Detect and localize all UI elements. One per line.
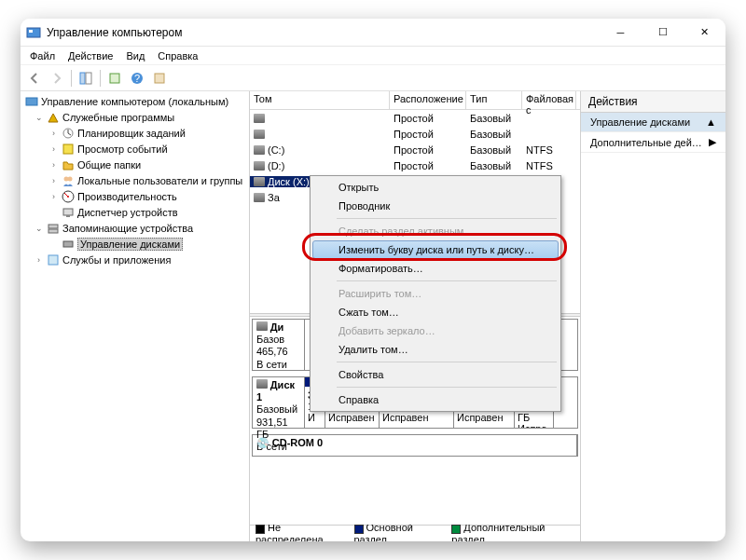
back-button[interactable]: [24, 68, 45, 89]
disk-icon: [254, 145, 265, 155]
col-type[interactable]: Тип: [466, 91, 522, 109]
actions-pane: Действия Управление дисками▲ Дополнитель…: [581, 91, 725, 541]
svg-rect-17: [48, 225, 58, 228]
tree-device-manager[interactable]: Диспетчер устройств: [21, 204, 249, 220]
volume-row[interactable]: (D:)ПростойБазовыйNTFS: [250, 157, 580, 173]
disk-0-label: ДиБазов465,76В сети: [253, 320, 305, 370]
ctx-shrink[interactable]: Сжать том…: [312, 303, 559, 321]
svg-rect-8: [26, 98, 37, 105]
svg-rect-1: [29, 30, 33, 33]
svg-rect-18: [48, 229, 58, 233]
collapse-icon: ▲: [706, 116, 716, 128]
ctx-change-letter[interactable]: Изменить букву диска или путь к диску…: [312, 240, 559, 259]
disk-icon: [256, 321, 268, 331]
show-hide-button[interactable]: [76, 68, 96, 89]
ctx-delete[interactable]: Удалить том…: [312, 340, 559, 359]
cdrom-0[interactable]: 💿 CD-ROM 0: [252, 434, 578, 457]
settings-button[interactable]: [149, 68, 170, 89]
cdrom-icon: 💿: [256, 437, 269, 448]
menu-view[interactable]: Вид: [120, 48, 150, 63]
legend: Не распределена Основной раздел Дополнит…: [250, 525, 580, 541]
disk-1-label: Диск 1Базовый931,51 ГБВ сети: [253, 377, 305, 428]
tree-local-users[interactable]: ›Локальные пользователи и группы: [21, 172, 249, 188]
svg-rect-2: [80, 73, 85, 84]
ctx-separator: [337, 280, 557, 281]
refresh-button[interactable]: [104, 68, 125, 89]
ctx-separator: [337, 218, 557, 219]
maximize-button[interactable]: ☐: [642, 19, 684, 47]
ctx-separator: [337, 362, 557, 362]
volume-header: Том Расположение Тип Файловая с: [250, 91, 580, 110]
svg-rect-15: [63, 209, 73, 215]
disk-icon: [254, 161, 265, 171]
chevron-right-icon: ▶: [709, 136, 716, 148]
col-filesystem[interactable]: Файловая с: [522, 91, 576, 109]
actions-more[interactable]: Дополнительные дей…▶: [581, 132, 725, 153]
svg-rect-16: [66, 215, 70, 217]
menubar: Файл Действие Вид Справка: [21, 47, 725, 65]
tree-shared-folders[interactable]: ›Общие папки: [21, 157, 249, 172]
titlebar: Управление компьютером ─ ☐ ✕: [21, 19, 725, 47]
menu-help[interactable]: Справка: [152, 48, 203, 63]
cdrom-label: 💿 CD-ROM 0: [253, 435, 577, 456]
minimize-button[interactable]: ─: [600, 19, 642, 47]
disk-icon: [254, 193, 265, 202]
context-menu: Открыть Проводник Сделать раздел активны…: [310, 175, 561, 412]
ctx-open[interactable]: Открыть: [312, 178, 559, 197]
ctx-extend: Расширить том…: [312, 284, 559, 303]
actions-header: Действия: [581, 91, 725, 113]
tree-task-scheduler[interactable]: ›Планировщик заданий: [21, 125, 249, 141]
forward-button[interactable]: [47, 68, 67, 89]
tree-storage[interactable]: ⌄Запоминающие устройства: [21, 220, 249, 236]
ctx-add-mirror: Добавить зеркало…: [312, 321, 559, 340]
legend-primary-swatch: [354, 525, 364, 534]
tree-utilities[interactable]: ⌄Служебные программы: [21, 109, 249, 125]
svg-rect-19: [63, 241, 73, 247]
tree-event-viewer[interactable]: ›Просмотр событий: [21, 141, 249, 157]
ctx-format[interactable]: Форматировать…: [312, 259, 559, 278]
col-volume[interactable]: Том: [250, 91, 390, 109]
svg-point-12: [68, 176, 73, 181]
tree-performance[interactable]: ›Производительность: [21, 188, 249, 204]
legend-extended-swatch: [451, 525, 461, 534]
ctx-separator: [337, 387, 557, 388]
volume-row[interactable]: ПростойБазовый: [250, 126, 580, 142]
volume-row[interactable]: (C:)ПростойБазовыйNTFS: [250, 142, 580, 157]
menu-action[interactable]: Действие: [62, 48, 118, 63]
ctx-help[interactable]: Справка: [312, 390, 559, 409]
disk-icon: [254, 130, 265, 139]
svg-rect-7: [155, 74, 164, 83]
legend-unallocated-swatch: [256, 525, 265, 534]
window-title: Управление компьютером: [47, 26, 600, 39]
ctx-make-active: Сделать раздел активным: [312, 222, 559, 240]
toolbar: ?: [21, 65, 725, 91]
tree-services-apps[interactable]: ›Службы и приложения: [21, 252, 249, 267]
tree-root[interactable]: Управление компьютером (локальным): [21, 93, 249, 109]
ctx-explorer[interactable]: Проводник: [312, 197, 559, 215]
col-layout[interactable]: Расположение: [390, 91, 466, 109]
ctx-properties[interactable]: Свойства: [312, 365, 559, 384]
svg-rect-4: [110, 74, 119, 83]
svg-rect-3: [86, 73, 91, 84]
tree-disk-management[interactable]: Управление дисками: [21, 236, 249, 252]
svg-rect-20: [48, 255, 58, 265]
app-icon: [26, 25, 41, 40]
disk-icon: [254, 114, 265, 123]
svg-rect-10: [63, 144, 73, 154]
nav-tree: Управление компьютером (локальным) ⌄Служ…: [21, 91, 250, 541]
svg-text:?: ?: [134, 73, 140, 84]
disk-icon: [256, 379, 268, 389]
actions-disk-management[interactable]: Управление дисками▲: [581, 113, 725, 132]
disk-icon: [254, 177, 265, 186]
menu-file[interactable]: Файл: [24, 48, 61, 63]
close-button[interactable]: ✕: [684, 19, 725, 47]
help-button[interactable]: ?: [127, 68, 147, 89]
